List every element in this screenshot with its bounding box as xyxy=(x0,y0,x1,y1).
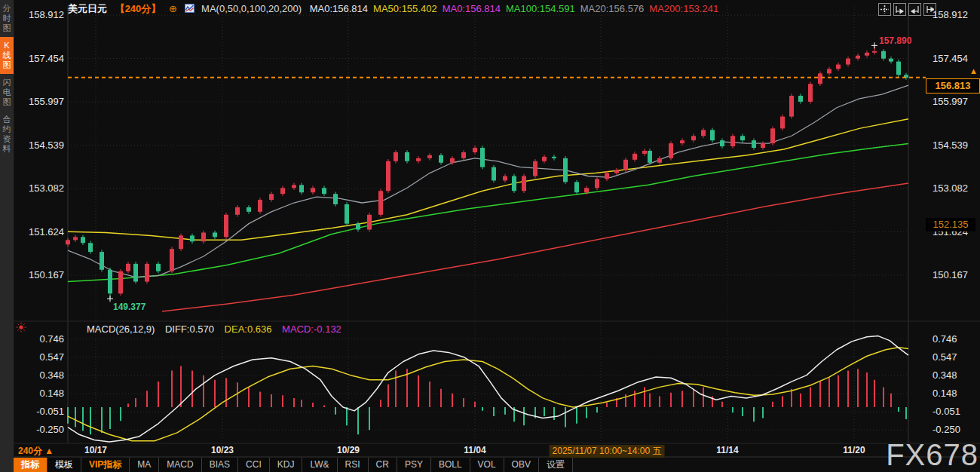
toolbar-button-MACD[interactable]: MACD xyxy=(159,458,201,472)
ma-value: MA200:153.241 xyxy=(649,3,718,14)
date-tick-label: 10/23 xyxy=(211,445,234,455)
compress-right-icon[interactable] xyxy=(908,3,921,16)
axis-label: 155.997 xyxy=(14,96,64,107)
ma-values: MA0:156.814MA50:155.402MA0:156.814MA100:… xyxy=(310,3,724,14)
sidebar-tab-K线图[interactable]: K线图 xyxy=(0,37,14,74)
period-selector[interactable]: 240分 ▲ xyxy=(18,445,54,458)
axis-label: 150.167 xyxy=(14,269,64,280)
crosshair-icon[interactable] xyxy=(878,3,891,16)
toolbar-button-PSY[interactable]: PSY xyxy=(397,458,431,472)
axis-label: 158.912 xyxy=(933,9,968,20)
date-tick-label: 10/29 xyxy=(337,445,360,455)
indicator-toolbar: 指标模板VIP指标MAMACDBIASCCIKDJLW&RSICRPSYBOLL… xyxy=(14,458,573,472)
ma-params: MA(0,50,0,100,20,200) xyxy=(201,3,302,14)
date-tick-label: 11/04 xyxy=(464,445,485,455)
hovered-bar-time-label: 2025/11/07 10:00~14:00 五 xyxy=(550,445,665,458)
ma-value: MA0:156.814 xyxy=(443,3,501,14)
price-up-arrow-icon: ▲ xyxy=(969,66,978,75)
axis-label: 151.624 xyxy=(14,226,64,238)
axis-label: 0.148 xyxy=(14,388,64,399)
candlestick-chart-canvas[interactable] xyxy=(0,0,980,472)
high-price-label: 157.890 xyxy=(879,35,911,46)
axis-label: 153.082 xyxy=(933,182,968,194)
macd-diff-value: DIFF:0.570 xyxy=(165,323,214,335)
axis-label: -0.051 xyxy=(14,406,64,417)
axis-label: 153.082 xyxy=(14,182,64,194)
toolbar-button-VIP指标[interactable]: VIP指标 xyxy=(81,458,130,472)
axis-label: 157.454 xyxy=(933,53,968,64)
axis-label: 0.746 xyxy=(14,333,64,345)
date-tick-label: 11/14 xyxy=(716,445,738,455)
axis-label: -0.250 xyxy=(933,424,960,435)
sidebar-tab-闪电图[interactable]: 闪电图 xyxy=(0,74,14,111)
low-price-label: 149.377 xyxy=(113,302,145,312)
axis-label: 158.912 xyxy=(14,9,64,20)
axis-label: 155.997 xyxy=(933,96,968,107)
toolbar-button-BOLL[interactable]: BOLL xyxy=(431,458,470,472)
date-tick-label: 10/17 xyxy=(84,445,107,455)
axis-label: 0.148 xyxy=(933,388,957,399)
watermark: FX678 xyxy=(886,438,978,472)
macd-dea-value: DEA:0.636 xyxy=(225,323,272,335)
axis-label: 0.348 xyxy=(933,369,957,381)
axis-label: -0.051 xyxy=(933,406,960,417)
toolbar-button-LW&[interactable]: LW& xyxy=(302,458,337,472)
circle-plus-icon[interactable]: ⊕ xyxy=(169,3,177,14)
ma-value: MA0:156.814 xyxy=(310,3,368,14)
macd-header: MACD(26,12,9) DIFF:0.570 DEA:0.636 MACD:… xyxy=(87,323,349,335)
axis-label: 0.348 xyxy=(14,369,64,381)
toolbar-button-KDJ[interactable]: KDJ xyxy=(270,458,303,472)
sidebar-tab-合约资料[interactable]: 合约资料 xyxy=(0,111,14,158)
compress-left-icon[interactable] xyxy=(893,3,906,16)
axis-label: 150.167 xyxy=(933,269,968,280)
axis-label: 157.454 xyxy=(14,53,64,64)
axis-label: 154.539 xyxy=(14,139,64,151)
toolbar-button-CR[interactable]: CR xyxy=(369,458,397,472)
toolbar-button-OBV[interactable]: OBV xyxy=(504,458,539,472)
axis-label: 154.539 xyxy=(933,139,968,151)
toolbar-button-VOL[interactable]: VOL xyxy=(470,458,504,472)
symbol-name: 美元日元 xyxy=(68,3,107,14)
price-level-tag: 152.135 xyxy=(926,218,975,231)
ma-value: MA20:156.576 xyxy=(580,3,645,14)
left-price-axis: 158.912157.454155.997154.539153.082151.6… xyxy=(14,0,64,472)
toolbar-button-MA[interactable]: MA xyxy=(130,458,159,472)
axis-label: 0.547 xyxy=(14,351,64,363)
macd-title: MACD(26,12,9) xyxy=(87,323,155,335)
chart-type-sidebar: 分时图K线图闪电图合约资料 xyxy=(0,0,14,472)
period-tag: 【240分】 xyxy=(115,3,161,14)
chart-toolbar-icons xyxy=(878,3,936,16)
macd-macd-value: MACD:-0.132 xyxy=(282,323,341,335)
current-price-tag: 156.813 xyxy=(926,78,980,93)
toolbar-button-指标[interactable]: 指标 xyxy=(14,458,47,472)
toolbar-button-模板[interactable]: 模板 xyxy=(47,458,81,472)
toolbar-button-设置[interactable]: 设置 xyxy=(539,458,573,472)
chart-header: 美元日元 【240分】 ⊕ MA(0,50,0,100,20,200) MA0:… xyxy=(68,2,729,14)
ma-value: MA100:154.591 xyxy=(506,3,575,14)
axis-label: -0.250 xyxy=(14,424,64,435)
chart-style-icon xyxy=(185,3,198,14)
toolbar-button-RSI[interactable]: RSI xyxy=(338,458,369,472)
ma-value: MA50:155.402 xyxy=(373,3,437,14)
axis-label: 0.547 xyxy=(933,351,957,363)
date-tick-label: 11/20 xyxy=(843,445,865,455)
toolbar-button-BIAS[interactable]: BIAS xyxy=(202,458,238,472)
toolbar-button-CCI[interactable]: CCI xyxy=(238,458,270,472)
sidebar-tab-分时图[interactable]: 分时图 xyxy=(0,0,14,37)
axis-label: 0.746 xyxy=(933,333,957,345)
time-axis: 240分 ▲ 2025/11/07 10:00~14:00 五 10/1710/… xyxy=(0,445,980,457)
